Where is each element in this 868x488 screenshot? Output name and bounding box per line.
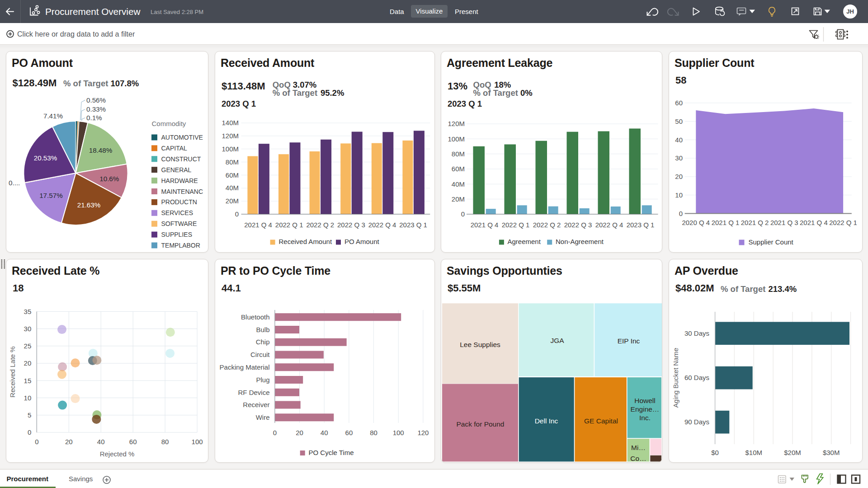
- svg-text:0: 0: [679, 210, 683, 217]
- svg-text:GE Capital: GE Capital: [584, 417, 618, 425]
- svg-text:Agreement: Agreement: [508, 238, 541, 245]
- svg-text:30: 30: [24, 325, 32, 333]
- svg-text:80: 80: [370, 429, 377, 436]
- svg-text:20: 20: [296, 429, 303, 436]
- svg-text:2021 Q 4: 2021 Q 4: [244, 221, 272, 229]
- svg-text:120: 120: [417, 429, 429, 436]
- svg-text:100: 100: [192, 438, 203, 446]
- svg-text:2022 Q 3: 2022 Q 3: [337, 221, 365, 229]
- svg-text:20M: 20M: [452, 195, 465, 203]
- svg-text:SERVICES: SERVICES: [161, 209, 193, 216]
- svg-text:20M: 20M: [226, 197, 239, 205]
- svg-text:10.6%: 10.6%: [99, 175, 119, 183]
- svg-text:PRODUCTN: PRODUCTN: [161, 198, 197, 206]
- svg-text:20: 20: [65, 438, 73, 446]
- svg-text:Dell Inc: Dell Inc: [535, 417, 558, 425]
- svg-text:TEMPLABOR: TEMPLABOR: [161, 242, 200, 249]
- svg-text:0: 0: [461, 210, 465, 218]
- svg-text:60M: 60M: [452, 165, 465, 173]
- svg-text:$20M: $20M: [784, 449, 801, 456]
- svg-text:20.53%: 20.53%: [34, 154, 57, 162]
- svg-text:0: 0: [273, 429, 277, 436]
- svg-text:20: 20: [675, 173, 683, 180]
- svg-text:Received Amount: Received Amount: [279, 238, 332, 245]
- svg-text:5: 5: [28, 411, 31, 419]
- svg-text:10: 10: [675, 191, 683, 199]
- svg-text:2022 Q 1: 2022 Q 1: [829, 219, 857, 226]
- svg-text:Bluetooth: Bluetooth: [241, 313, 269, 321]
- svg-text:Receiver: Receiver: [243, 401, 269, 408]
- svg-text:Supplier Count: Supplier Count: [749, 238, 794, 246]
- svg-text:Packing Material: Packing Material: [220, 363, 270, 371]
- svg-text:100M: 100M: [222, 145, 239, 153]
- svg-text:40: 40: [675, 136, 683, 144]
- svg-text:2022 Q 2: 2022 Q 2: [306, 221, 334, 229]
- svg-text:2021 Q 2: 2021 Q 2: [741, 219, 769, 226]
- svg-text:Wire: Wire: [256, 413, 270, 421]
- svg-text:$30M: $30M: [823, 449, 840, 456]
- svg-text:100: 100: [393, 429, 404, 436]
- svg-text:2021 Q 4: 2021 Q 4: [800, 219, 828, 226]
- svg-text:140M: 140M: [222, 119, 239, 127]
- svg-text:60M: 60M: [226, 171, 239, 179]
- svg-text:SOFTWARE: SOFTWARE: [161, 220, 197, 227]
- svg-text:18.48%: 18.48%: [89, 146, 113, 154]
- svg-text:2022 Q 4: 2022 Q 4: [368, 221, 396, 229]
- svg-text:CONSTRUCT: CONSTRUCT: [161, 155, 201, 163]
- svg-text:60: 60: [345, 429, 353, 436]
- svg-text:JH: JH: [846, 8, 854, 15]
- svg-text:Received Late %: Received Late %: [9, 346, 16, 397]
- svg-text:0: 0: [28, 428, 31, 436]
- svg-text:SUPPLIES: SUPPLIES: [161, 231, 192, 238]
- svg-text:80: 80: [161, 438, 169, 446]
- svg-text:100M: 100M: [448, 135, 465, 143]
- svg-text:Aging Bucket Name: Aging Bucket Name: [672, 348, 679, 408]
- svg-text:15: 15: [24, 377, 32, 385]
- svg-text:0: 0: [235, 210, 239, 218]
- svg-text:AUTOMOTIVE: AUTOMOTIVE: [161, 134, 203, 141]
- svg-text:20: 20: [24, 359, 32, 367]
- svg-text:2023 Q 1: 2023 Q 1: [627, 221, 655, 229]
- svg-text:2021 Q 4: 2021 Q 4: [471, 221, 499, 229]
- svg-text:25: 25: [24, 342, 32, 350]
- svg-text:2022 Q 1: 2022 Q 1: [275, 221, 303, 229]
- svg-text:0.1%: 0.1%: [86, 114, 102, 122]
- svg-text:90 Days: 90 Days: [684, 418, 709, 426]
- svg-text:80M: 80M: [452, 150, 465, 158]
- svg-text:120M: 120M: [222, 132, 239, 140]
- svg-text:Non-Agreement: Non-Agreement: [556, 238, 604, 245]
- svg-text:10: 10: [24, 394, 32, 402]
- svg-text:120M: 120M: [448, 120, 465, 127]
- svg-text:2021 Q 1: 2021 Q 1: [712, 219, 740, 226]
- svg-text:60: 60: [675, 99, 683, 107]
- svg-text:Circuit: Circuit: [250, 351, 270, 358]
- svg-text:40: 40: [321, 429, 328, 436]
- svg-text:Plug: Plug: [256, 376, 269, 384]
- svg-text:35: 35: [24, 308, 32, 315]
- svg-text:CAPITAL: CAPITAL: [161, 145, 188, 152]
- svg-text:Chip: Chip: [256, 338, 270, 346]
- svg-text:30: 30: [675, 154, 683, 162]
- svg-text:2023 Q 1: 2023 Q 1: [399, 221, 427, 229]
- svg-text:PO Amount: PO Amount: [344, 238, 380, 245]
- svg-text:Engine…: Engine…: [631, 405, 660, 413]
- svg-text:2021 Q 3: 2021 Q 3: [770, 219, 798, 226]
- svg-text:HARDWARE: HARDWARE: [161, 177, 198, 184]
- svg-text:Pack for Pound: Pack for Pound: [457, 420, 505, 428]
- svg-text:50: 50: [675, 117, 683, 125]
- svg-text:2022 Q 1: 2022 Q 1: [502, 221, 530, 229]
- svg-text:40M: 40M: [226, 184, 239, 192]
- svg-text:40: 40: [97, 438, 105, 446]
- svg-text:17.57%: 17.57%: [39, 192, 63, 199]
- svg-text:60: 60: [129, 438, 137, 446]
- svg-text:Co…: Co…: [630, 455, 646, 462]
- svg-text:40M: 40M: [452, 180, 465, 188]
- svg-text:21.63%: 21.63%: [77, 201, 101, 209]
- svg-text:30 Days: 30 Days: [684, 329, 709, 337]
- svg-text:EIP Inc: EIP Inc: [618, 337, 640, 345]
- svg-text:2022 Q 3: 2022 Q 3: [564, 221, 592, 229]
- svg-text:80M: 80M: [226, 158, 239, 166]
- svg-text:Howell: Howell: [634, 397, 656, 404]
- svg-text:RF Device: RF Device: [238, 389, 269, 396]
- svg-text:7.41%: 7.41%: [43, 112, 63, 120]
